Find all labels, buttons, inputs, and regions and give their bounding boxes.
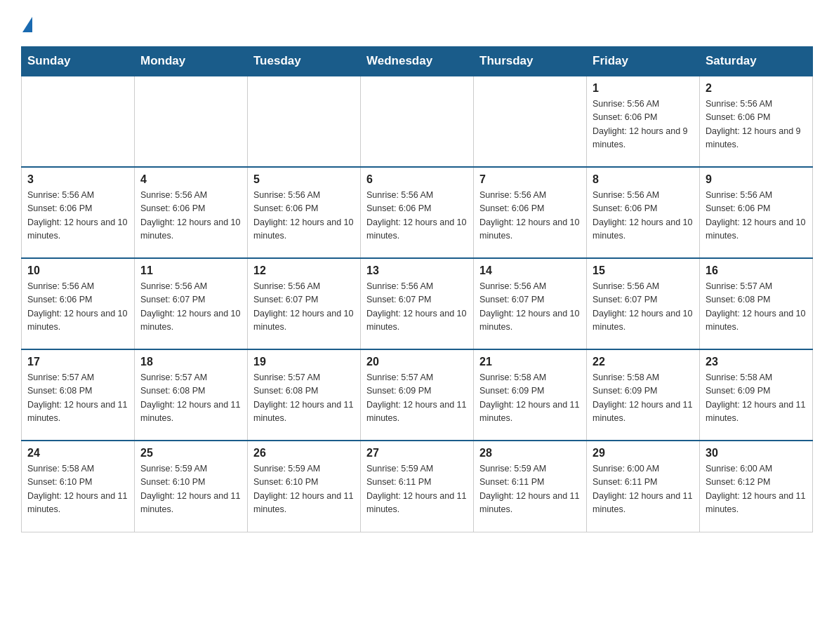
day-info: Sunrise: 5:57 AMSunset: 6:08 PMDaylight:… <box>253 371 355 426</box>
calendar-cell <box>474 76 587 167</box>
day-number: 12 <box>253 264 355 277</box>
day-number: 25 <box>140 447 241 459</box>
day-info: Sunrise: 6:00 AMSunset: 6:12 PMDaylight:… <box>706 462 807 517</box>
calendar-cell: 12Sunrise: 5:56 AMSunset: 6:07 PMDayligh… <box>248 258 361 349</box>
calendar-cell: 28Sunrise: 5:59 AMSunset: 6:11 PMDayligh… <box>474 441 587 532</box>
calendar-week-row: 24Sunrise: 5:58 AMSunset: 6:10 PMDayligh… <box>22 441 813 532</box>
day-info: Sunrise: 5:56 AMSunset: 6:06 PMDaylight:… <box>27 189 128 243</box>
day-info: Sunrise: 5:56 AMSunset: 6:07 PMDaylight:… <box>366 280 468 335</box>
calendar-cell: 16Sunrise: 5:57 AMSunset: 6:08 PMDayligh… <box>700 258 813 349</box>
day-info: Sunrise: 5:56 AMSunset: 6:07 PMDaylight:… <box>593 280 694 335</box>
calendar-cell <box>22 76 135 167</box>
calendar-cell: 8Sunrise: 5:56 AMSunset: 6:06 PMDaylight… <box>587 167 700 258</box>
day-number: 7 <box>479 173 581 186</box>
day-info: Sunrise: 5:56 AMSunset: 6:06 PMDaylight:… <box>593 98 694 152</box>
day-info: Sunrise: 5:57 AMSunset: 6:08 PMDaylight:… <box>140 371 241 426</box>
day-number: 3 <box>27 173 128 186</box>
day-info: Sunrise: 5:56 AMSunset: 6:07 PMDaylight:… <box>253 280 355 335</box>
column-header-sunday: Sunday <box>22 47 135 76</box>
day-number: 28 <box>479 447 581 459</box>
calendar-cell: 18Sunrise: 5:57 AMSunset: 6:08 PMDayligh… <box>135 349 248 441</box>
calendar-cell: 25Sunrise: 5:59 AMSunset: 6:10 PMDayligh… <box>135 441 248 532</box>
day-number: 23 <box>706 356 807 368</box>
day-number: 29 <box>593 447 694 459</box>
calendar-cell: 26Sunrise: 5:59 AMSunset: 6:10 PMDayligh… <box>248 441 361 532</box>
day-number: 2 <box>706 82 807 95</box>
day-info: Sunrise: 5:58 AMSunset: 6:09 PMDaylight:… <box>479 371 581 426</box>
day-number: 4 <box>140 173 241 186</box>
day-number: 18 <box>140 356 241 368</box>
calendar-cell: 24Sunrise: 5:58 AMSunset: 6:10 PMDayligh… <box>22 441 135 532</box>
column-header-tuesday: Tuesday <box>248 47 361 76</box>
day-info: Sunrise: 6:00 AMSunset: 6:11 PMDaylight:… <box>593 462 694 517</box>
day-info: Sunrise: 5:56 AMSunset: 6:07 PMDaylight:… <box>140 280 241 335</box>
day-number: 27 <box>366 447 468 459</box>
column-header-saturday: Saturday <box>700 47 813 76</box>
calendar-cell: 13Sunrise: 5:56 AMSunset: 6:07 PMDayligh… <box>361 258 474 349</box>
calendar-cell: 19Sunrise: 5:57 AMSunset: 6:08 PMDayligh… <box>248 349 361 441</box>
day-number: 1 <box>593 82 694 95</box>
calendar-cell: 11Sunrise: 5:56 AMSunset: 6:07 PMDayligh… <box>135 258 248 349</box>
logo-triangle-icon <box>22 17 32 32</box>
calendar-cell: 15Sunrise: 5:56 AMSunset: 6:07 PMDayligh… <box>587 258 700 349</box>
day-info: Sunrise: 5:57 AMSunset: 6:09 PMDaylight:… <box>366 371 468 426</box>
day-number: 26 <box>253 447 355 459</box>
calendar-cell: 20Sunrise: 5:57 AMSunset: 6:09 PMDayligh… <box>361 349 474 441</box>
day-info: Sunrise: 5:56 AMSunset: 6:06 PMDaylight:… <box>253 189 355 243</box>
day-number: 8 <box>593 173 694 186</box>
calendar-cell <box>135 76 248 167</box>
calendar-cell: 14Sunrise: 5:56 AMSunset: 6:07 PMDayligh… <box>474 258 587 349</box>
day-info: Sunrise: 5:56 AMSunset: 6:06 PMDaylight:… <box>706 98 807 152</box>
day-info: Sunrise: 5:56 AMSunset: 6:06 PMDaylight:… <box>479 189 581 243</box>
day-number: 30 <box>706 447 807 459</box>
day-number: 5 <box>253 173 355 186</box>
calendar-cell: 10Sunrise: 5:56 AMSunset: 6:06 PMDayligh… <box>22 258 135 349</box>
day-number: 11 <box>140 264 241 277</box>
day-number: 21 <box>479 356 581 368</box>
day-info: Sunrise: 5:59 AMSunset: 6:10 PMDaylight:… <box>140 462 241 517</box>
calendar-cell <box>361 76 474 167</box>
calendar-cell: 2Sunrise: 5:56 AMSunset: 6:06 PMDaylight… <box>700 76 813 167</box>
day-info: Sunrise: 5:57 AMSunset: 6:08 PMDaylight:… <box>706 280 807 335</box>
calendar-week-row: 17Sunrise: 5:57 AMSunset: 6:08 PMDayligh… <box>22 349 813 441</box>
calendar-cell <box>248 76 361 167</box>
calendar-cell: 6Sunrise: 5:56 AMSunset: 6:06 PMDaylight… <box>361 167 474 258</box>
calendar-cell: 27Sunrise: 5:59 AMSunset: 6:11 PMDayligh… <box>361 441 474 532</box>
day-number: 24 <box>27 447 128 459</box>
day-number: 22 <box>593 356 694 368</box>
day-info: Sunrise: 5:56 AMSunset: 6:06 PMDaylight:… <box>27 280 128 335</box>
day-info: Sunrise: 5:59 AMSunset: 6:11 PMDaylight:… <box>479 462 581 517</box>
calendar-cell: 17Sunrise: 5:57 AMSunset: 6:08 PMDayligh… <box>22 349 135 441</box>
day-info: Sunrise: 5:56 AMSunset: 6:06 PMDaylight:… <box>593 189 694 243</box>
day-number: 10 <box>27 264 128 277</box>
calendar-cell: 7Sunrise: 5:56 AMSunset: 6:06 PMDaylight… <box>474 167 587 258</box>
day-info: Sunrise: 5:56 AMSunset: 6:06 PMDaylight:… <box>706 189 807 243</box>
day-info: Sunrise: 5:59 AMSunset: 6:11 PMDaylight:… <box>366 462 468 517</box>
logo <box>21 14 32 32</box>
calendar-cell: 21Sunrise: 5:58 AMSunset: 6:09 PMDayligh… <box>474 349 587 441</box>
day-number: 15 <box>593 264 694 277</box>
calendar-cell: 4Sunrise: 5:56 AMSunset: 6:06 PMDaylight… <box>135 167 248 258</box>
day-number: 20 <box>366 356 468 368</box>
calendar-cell: 3Sunrise: 5:56 AMSunset: 6:06 PMDaylight… <box>22 167 135 258</box>
day-number: 17 <box>27 356 128 368</box>
day-number: 9 <box>706 173 807 186</box>
column-header-monday: Monday <box>135 47 248 76</box>
calendar-cell: 9Sunrise: 5:56 AMSunset: 6:06 PMDaylight… <box>700 167 813 258</box>
column-header-thursday: Thursday <box>474 47 587 76</box>
day-info: Sunrise: 5:58 AMSunset: 6:09 PMDaylight:… <box>593 371 694 426</box>
day-info: Sunrise: 5:56 AMSunset: 6:06 PMDaylight:… <box>366 189 468 243</box>
calendar-cell: 23Sunrise: 5:58 AMSunset: 6:09 PMDayligh… <box>700 349 813 441</box>
calendar-cell: 30Sunrise: 6:00 AMSunset: 6:12 PMDayligh… <box>700 441 813 532</box>
day-info: Sunrise: 5:58 AMSunset: 6:09 PMDaylight:… <box>706 371 807 426</box>
day-info: Sunrise: 5:57 AMSunset: 6:08 PMDaylight:… <box>27 371 128 426</box>
calendar-cell: 1Sunrise: 5:56 AMSunset: 6:06 PMDaylight… <box>587 76 700 167</box>
calendar-week-row: 1Sunrise: 5:56 AMSunset: 6:06 PMDaylight… <box>22 76 813 167</box>
column-header-friday: Friday <box>587 47 700 76</box>
day-info: Sunrise: 5:56 AMSunset: 6:06 PMDaylight:… <box>140 189 241 243</box>
calendar-cell: 5Sunrise: 5:56 AMSunset: 6:06 PMDaylight… <box>248 167 361 258</box>
calendar-week-row: 3Sunrise: 5:56 AMSunset: 6:06 PMDaylight… <box>22 167 813 258</box>
calendar-week-row: 10Sunrise: 5:56 AMSunset: 6:06 PMDayligh… <box>22 258 813 349</box>
page-header <box>21 14 813 32</box>
day-info: Sunrise: 5:56 AMSunset: 6:07 PMDaylight:… <box>479 280 581 335</box>
